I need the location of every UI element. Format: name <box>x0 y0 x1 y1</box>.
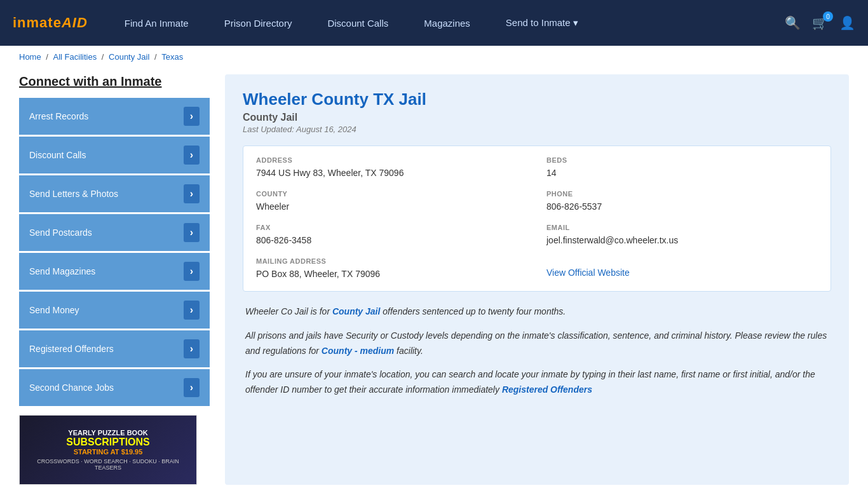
main-nav: Find An Inmate Prison Directory Discount… <box>107 0 778 46</box>
facility-subtitle: County Jail <box>243 112 831 123</box>
last-updated: Last Updated: August 16, 2024 <box>243 125 831 134</box>
website-block: View Official Website <box>546 257 818 281</box>
county-jail-link[interactable]: County Jail <box>332 306 380 316</box>
sidebar-btn-send-letters[interactable]: Send Letters & Photos › <box>19 175 210 212</box>
arrow-icon: › <box>184 378 200 397</box>
registered-offenders-link[interactable]: Registered Offenders <box>502 384 592 395</box>
email-label: EMAIL <box>546 224 818 231</box>
fax-block: FAX 806-826-3458 <box>256 224 527 247</box>
county-block: COUNTY Wheeler <box>256 190 527 214</box>
main-content: Connect with an Inmate Arrest Records › … <box>0 68 868 488</box>
county-medium-link[interactable]: County - medium <box>322 346 394 356</box>
mailing-label: MAILING ADDRESS <box>256 257 527 265</box>
nav-send-to-inmate[interactable]: Send to Inmate ▾ <box>488 0 596 46</box>
facility-title: Wheeler County TX Jail <box>243 90 831 109</box>
address-block: ADDRESS 7944 US Hwy 83, Wheeler, TX 7909… <box>256 156 527 180</box>
beds-value: 14 <box>546 166 818 180</box>
nav-prison-directory[interactable]: Prison Directory <box>207 0 310 46</box>
sidebar-btn-registered-offenders[interactable]: Registered Offenders › <box>19 330 210 367</box>
phone-label: PHONE <box>546 190 818 198</box>
breadcrumb: Home / All Facilities / County Jail / Te… <box>0 46 868 68</box>
ad-desc: CROSSWORDS · WORD SEARCH · SUDOKU · BRAI… <box>26 458 190 471</box>
nav-discount-calls[interactable]: Discount Calls <box>309 0 406 46</box>
desc-para-3: If you are unsure of your inmate's locat… <box>245 367 829 398</box>
breadcrumb-home[interactable]: Home <box>19 52 41 62</box>
phone-block: PHONE 806-826-5537 <box>546 190 818 214</box>
arrow-icon: › <box>184 339 200 358</box>
sidebar-btn-send-magazines[interactable]: Send Magazines › <box>19 253 210 290</box>
desc-para-2: All prisons and jails have Security or C… <box>245 329 829 359</box>
sidebar: Connect with an Inmate Arrest Records › … <box>19 74 210 485</box>
view-official-website-link[interactable]: View Official Website <box>546 268 630 278</box>
breadcrumb-all-facilities[interactable]: All Facilities <box>53 52 97 62</box>
arrow-icon: › <box>184 301 200 320</box>
beds-label: BEDS <box>546 156 818 164</box>
arrow-icon: › <box>184 184 200 203</box>
sidebar-btn-send-money[interactable]: Send Money › <box>19 292 210 329</box>
cart-icon[interactable]: 🛒 0 <box>812 15 828 30</box>
cart-badge: 0 <box>823 11 833 22</box>
ad-banner[interactable]: Yearly Puzzle Book SUBSCRIPTIONS STARTIN… <box>19 415 197 485</box>
sidebar-btn-second-chance-jobs[interactable]: Second Chance Jobs › <box>19 369 210 406</box>
sidebar-title: Connect with an Inmate <box>19 74 210 89</box>
phone-value: 806-826-5537 <box>546 200 818 214</box>
email-block: EMAIL joel.finsterwald@co.wheeler.tx.us <box>546 224 818 247</box>
address-label: ADDRESS <box>256 156 527 164</box>
county-label: COUNTY <box>256 190 527 198</box>
site-logo[interactable]: inmateAID <box>13 15 88 31</box>
nav-magazines[interactable]: Magazines <box>406 0 488 46</box>
ad-title: Yearly Puzzle Book <box>68 429 147 437</box>
desc-para-1: Wheeler Co Jail is for County Jail offen… <box>245 304 829 320</box>
fax-value: 806-826-3458 <box>256 234 527 247</box>
info-grid: ADDRESS 7944 US Hwy 83, Wheeler, TX 7909… <box>243 146 831 292</box>
arrow-icon: › <box>184 107 200 126</box>
ad-highlight: SUBSCRIPTIONS <box>66 437 150 448</box>
sidebar-btn-arrest-records[interactable]: Arrest Records › <box>19 98 210 135</box>
sidebar-btn-send-postcards[interactable]: Send Postcards › <box>19 214 210 251</box>
search-icon[interactable]: 🔍 <box>785 15 801 30</box>
breadcrumb-county-jail[interactable]: County Jail <box>109 52 149 62</box>
arrow-icon: › <box>184 262 200 281</box>
arrow-icon: › <box>184 146 200 165</box>
email-value: joel.finsterwald@co.wheeler.tx.us <box>546 234 818 247</box>
sidebar-btn-discount-calls[interactable]: Discount Calls › <box>19 137 210 173</box>
user-icon[interactable]: 👤 <box>839 15 855 30</box>
arrow-icon: › <box>184 223 200 242</box>
breadcrumb-texas[interactable]: Texas <box>161 52 183 62</box>
mailing-block: MAILING ADDRESS PO Box 88, Wheeler, TX 7… <box>256 257 527 281</box>
mailing-value: PO Box 88, Wheeler, TX 79096 <box>256 268 527 281</box>
nav-find-inmate[interactable]: Find An Inmate <box>107 0 207 46</box>
address-value: 7944 US Hwy 83, Wheeler, TX 79096 <box>256 166 527 180</box>
ad-sub: STARTING AT $19.95 <box>74 448 143 456</box>
fax-label: FAX <box>256 224 527 231</box>
description-section: Wheeler Co Jail is for County Jail offen… <box>243 304 831 398</box>
header-icons: 🔍 🛒 0 👤 <box>785 15 855 30</box>
beds-block: BEDS 14 <box>546 156 818 180</box>
county-value: Wheeler <box>256 200 527 214</box>
detail-panel: Wheeler County TX Jail County Jail Last … <box>225 74 849 485</box>
